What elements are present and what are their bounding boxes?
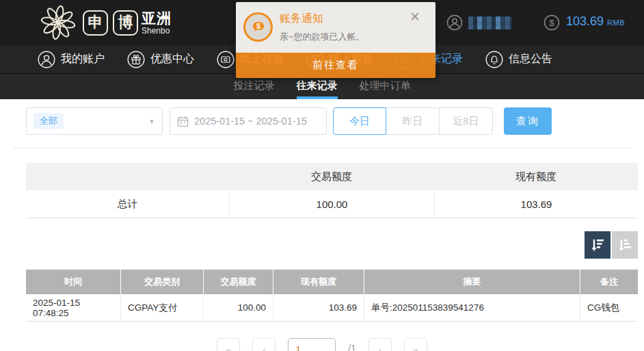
records-header-row: 时间 交易类别 交易额度 现有额度 摘要 备注 <box>26 270 638 294</box>
bell-icon <box>485 51 503 68</box>
prev-page-button[interactable]: ‹ <box>252 338 276 351</box>
cell-amount: 100.00 <box>204 294 273 321</box>
col-header-type: 交易类别 <box>121 270 203 294</box>
yesterday-button[interactable]: 昨日 <box>386 107 440 135</box>
sort-descending-button[interactable] <box>585 231 611 259</box>
svg-text:$: $ <box>549 18 554 28</box>
account-icon <box>38 51 55 68</box>
sort-ascending-icon <box>617 237 633 253</box>
summary-total-amount: 100.00 <box>229 190 434 218</box>
logo-region-text: 亚洲 <box>142 11 172 25</box>
sort-ascending-button[interactable] <box>612 231 638 259</box>
table-row: 2025-01-15 07:48:25 CGPAY支付 100.00 103.6… <box>26 294 638 322</box>
flower-logo-icon <box>38 3 78 42</box>
close-icon[interactable]: ✕ <box>410 10 420 23</box>
svg-text:$: $ <box>256 22 260 29</box>
nav-label: 优惠中心 <box>150 52 194 66</box>
nav-item-promotions[interactable]: 优惠中心 <box>127 51 194 68</box>
nav-label: 信息公告 <box>509 52 552 66</box>
summary-total-balance: 103.69 <box>434 190 638 218</box>
cell-memo: 单号:202501153839541276 <box>364 294 580 321</box>
selected-type-tag: 全部 <box>33 113 64 129</box>
summary-total-label: 总计 <box>26 198 229 211</box>
logo-char-box: 申 <box>83 10 108 36</box>
summary-header-row: 交易额度 现有额度 <box>26 163 638 190</box>
notification-body: $ 账务通知 亲~您的款项已入帐。 ✕ <box>236 2 435 53</box>
site-logo[interactable]: 申 博 亚洲 Shenbo <box>38 3 172 42</box>
money-message-icon: $ <box>243 12 273 42</box>
last8days-button[interactable]: 近8日 <box>440 107 493 135</box>
summary-total-row: 总计 100.00 103.69 <box>26 190 638 218</box>
search-button[interactable]: 查询 <box>504 107 552 135</box>
nav-item-announcements[interactable]: 信息公告 <box>485 51 552 68</box>
col-header-note: 备注 <box>580 270 638 294</box>
go-view-button[interactable]: 前往查看 <box>236 53 435 78</box>
col-header-amount: 交易额度 <box>204 270 273 294</box>
notification-popup: $ 账务通知 亲~您的款项已入帐。 ✕ 前往查看 <box>236 2 435 78</box>
balance-display[interactable]: $ 103.69 RMB <box>544 14 625 31</box>
col-header-memo: 摘要 <box>364 270 580 294</box>
page-number-input[interactable] <box>288 338 336 351</box>
summary-header-amount: 交易额度 <box>229 170 434 183</box>
cell-type: CGPAY支付 <box>121 294 204 321</box>
gift-icon <box>127 51 145 68</box>
summary-header-balance: 现有额度 <box>434 170 638 183</box>
section-divider <box>14 148 630 148</box>
date-range-input[interactable]: 2025-01-15 ~ 2025-01-15 <box>170 107 327 135</box>
chevron-down-icon: ▼ <box>148 118 155 125</box>
nav-item-my-account[interactable]: 我的账户 <box>38 51 105 68</box>
account-username[interactable] <box>446 14 512 31</box>
dollar-coin-icon: $ <box>544 14 560 31</box>
user-icon <box>446 14 463 31</box>
balance-currency: RMB <box>607 18 625 27</box>
type-select[interactable]: 全部 ▼ <box>26 107 163 135</box>
notification-title: 账务通知 <box>280 12 323 26</box>
quick-date-group: 今日 昨日 近8日 <box>333 107 493 135</box>
first-page-button[interactable]: « <box>217 338 240 351</box>
balance-amount: 103.69 <box>566 14 604 29</box>
pagination: « ‹ /1 › » <box>0 338 644 351</box>
page-total-label: /1 <box>348 338 356 351</box>
notification-message: 亲~您的款项已入帐。 <box>280 31 365 43</box>
col-header-time: 时间 <box>26 270 120 294</box>
cell-balance: 103.69 <box>273 294 364 321</box>
today-button[interactable]: 今日 <box>333 107 386 135</box>
page: 申 博 亚洲 Shenbo $ 103.69 <box>0 0 644 351</box>
col-header-balance: 现有额度 <box>273 270 364 294</box>
last-page-button[interactable]: » <box>404 338 427 351</box>
logo-sub-text: Shenbo <box>142 27 172 35</box>
blurred-username <box>468 16 512 29</box>
logo-char-box: 博 <box>113 10 138 36</box>
deposit-icon <box>217 51 234 68</box>
calendar-icon <box>177 116 189 127</box>
sort-controls <box>585 231 638 259</box>
cell-time: 2025-01-15 07:48:25 <box>26 294 121 321</box>
records-table: 时间 交易类别 交易额度 现有额度 摘要 备注 2025-01-15 07:48… <box>26 270 638 322</box>
next-page-button[interactable]: › <box>368 338 392 351</box>
date-range-value: 2025-01-15 ~ 2025-01-15 <box>194 116 307 127</box>
cell-note: CG钱包 <box>580 294 638 321</box>
summary-table: 交易额度 现有额度 总计 100.00 103.69 <box>26 163 638 218</box>
nav-label: 我的账户 <box>61 52 105 66</box>
sort-descending-icon <box>589 237 606 253</box>
